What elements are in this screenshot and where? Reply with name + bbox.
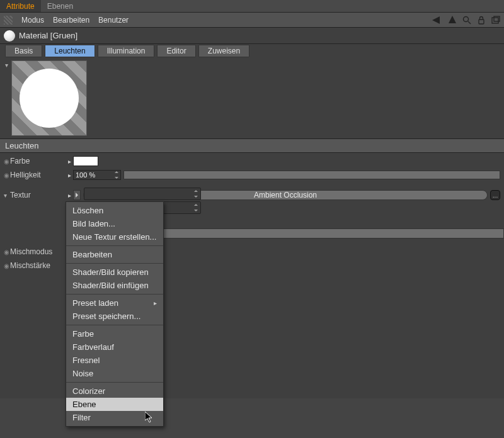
svg-rect-4 [479, 20, 484, 24]
param-dot[interactable]: ◉ [4, 262, 10, 269]
lock-icon[interactable] [478, 16, 485, 25]
subtab-basis[interactable]: Basis [5, 45, 42, 57]
menu-shader-einfuegen[interactable]: Shader/Bild einfügen [66, 279, 163, 292]
section-header: Leuchten [0, 138, 504, 153]
material-title: Material [Gruen] [19, 31, 77, 40]
tab-ebenen[interactable]: Ebenen [41, 0, 79, 12]
menu-preset-speichern[interactable]: Preset speichern... [66, 310, 163, 323]
svg-marker-7 [145, 412, 152, 422]
menu-loeschen[interactable]: Löschen [66, 204, 163, 217]
brightness-slider[interactable] [123, 171, 500, 179]
label-helligkeit: Helligkeit [10, 171, 68, 179]
menu-fresnel[interactable]: Fresnel [66, 354, 163, 367]
nav-back-icon[interactable] [432, 16, 442, 24]
menu-farbe[interactable]: Farbe [66, 327, 163, 340]
menu-preset-laden[interactable]: Preset laden▸ [66, 296, 163, 310]
texture-more-button[interactable]: ... [490, 190, 500, 200]
nav-up-icon[interactable] [449, 16, 456, 25]
menu-separator [66, 325, 163, 325]
texture-menu-button[interactable] [73, 190, 81, 200]
svg-rect-6 [494, 16, 500, 21]
param-dot[interactable]: ◉ [4, 158, 10, 165]
subtab-leuchten[interactable]: Leuchten [45, 45, 94, 57]
texture-option-1[interactable] [84, 188, 201, 200]
menu-ebene[interactable]: Ebene [66, 398, 163, 411]
chevron-right-icon: ▸ [154, 300, 157, 306]
brightness-value: 100 % [76, 171, 95, 179]
svg-line-3 [468, 21, 471, 24]
arrow-icon[interactable]: ▸ [68, 172, 73, 179]
menu-benutzer[interactable]: Benutzer [98, 16, 129, 25]
tab-attribute[interactable]: Attribute [0, 0, 41, 12]
svg-point-2 [464, 16, 469, 21]
arrow-icon[interactable]: ▸ [68, 192, 73, 199]
color-field[interactable] [73, 156, 98, 166]
menu-bearbeiten[interactable]: Bearbeiten [53, 16, 89, 25]
menu-separator [66, 245, 163, 246]
subtab-illumination[interactable]: Illumination [98, 45, 155, 57]
param-dot[interactable]: ◉ [4, 172, 10, 179]
material-preview [11, 60, 87, 136]
menu-colorizer[interactable]: Colorizer [66, 385, 163, 398]
param-dot[interactable]: ◉ [4, 249, 10, 256]
tree-collapse-icon[interactable]: ▾ [4, 192, 10, 199]
svg-rect-5 [492, 18, 498, 23]
menu-separator [66, 263, 163, 264]
menu-bild-laden[interactable]: Bild laden... [66, 217, 163, 230]
menu-neue-textur[interactable]: Neue Textur erstellen... [66, 230, 163, 244]
menu-separator [66, 294, 163, 295]
menu-separator [66, 382, 163, 383]
subtab-editor[interactable]: Editor [157, 45, 195, 57]
material-sphere-icon [4, 30, 15, 42]
brightness-field[interactable]: 100 % [73, 170, 121, 180]
svg-marker-0 [432, 16, 440, 24]
menu-modus[interactable]: Modus [21, 16, 44, 25]
menu-shader-kopieren[interactable]: Shader/Bild kopieren [66, 266, 163, 279]
arrow-icon[interactable]: ▸ [68, 158, 73, 165]
label-farbe: Farbe [10, 157, 68, 166]
subtab-zuweisen[interactable]: Zuweisen [198, 45, 249, 57]
menu-noise[interactable]: Noise [66, 367, 163, 380]
preview-collapse-icon[interactable]: ▾ [5, 60, 11, 136]
texture-context-menu: Löschen Bild laden... Neue Textur erstel… [66, 201, 164, 427]
new-window-icon[interactable] [491, 16, 500, 25]
svg-marker-1 [449, 16, 456, 23]
grip-icon [4, 16, 13, 25]
cursor-icon [145, 412, 154, 423]
preview-sphere [20, 69, 79, 128]
menu-farbverlauf[interactable]: Farbverlauf [66, 340, 163, 354]
menu-bearbeiten[interactable]: Bearbeiten [66, 248, 163, 261]
label-textur: Textur [10, 191, 68, 199]
search-icon[interactable] [462, 16, 471, 25]
